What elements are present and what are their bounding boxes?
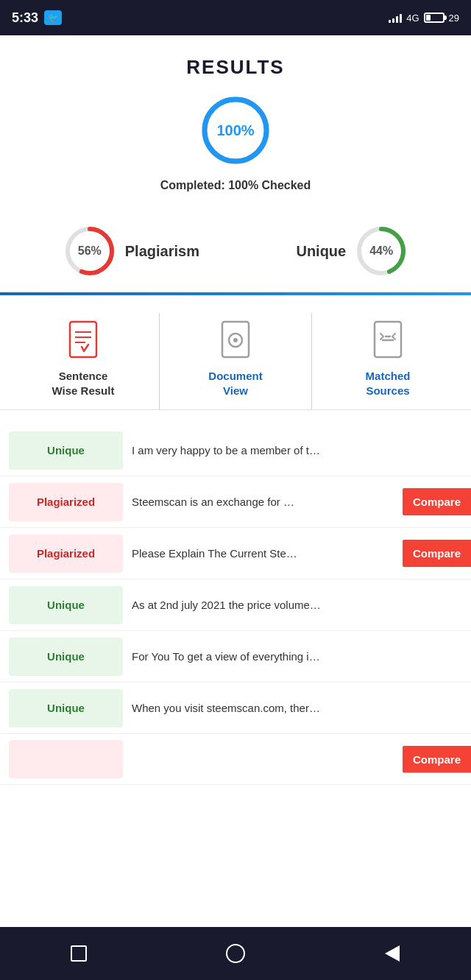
tab-sentence-wise[interactable]: SentenceWise Result	[7, 313, 160, 409]
status-badge: Unique	[9, 431, 123, 470]
back-icon	[385, 945, 400, 962]
sentence-text: As at 2nd july 2021 the price volume…	[123, 597, 471, 613]
home-button[interactable]	[219, 937, 252, 970]
tab-matched-label: MatchedSources	[366, 369, 411, 398]
sentence-row: Unique As at 2nd july 2021 the price vol…	[0, 579, 471, 631]
signal-icon	[389, 13, 402, 23]
tab-sentence-label: SentenceWise Result	[52, 369, 115, 398]
sentence-text: I am very happy to be a member of t…	[123, 443, 471, 458]
plagiarism-circle: 56%	[63, 225, 116, 278]
unique-label: Unique	[296, 243, 346, 260]
status-left: 5:33 🐦	[12, 10, 62, 26]
plagiarism-stat: 56% Plagiarism	[63, 225, 199, 278]
status-badge: Unique	[9, 638, 123, 676]
status-bar: 5:33 🐦 4G 29	[0, 0, 471, 35]
compare-btn-wrapper: Compare	[403, 746, 471, 773]
svg-rect-6	[70, 322, 96, 357]
main-content: RESULTS 100% Completed: 100% Checked 56%	[0, 35, 471, 927]
main-percent-label: 100%	[216, 122, 254, 139]
stats-row: 56% Plagiarism 44% Unique	[0, 217, 471, 292]
unique-percent: 44%	[369, 244, 393, 258]
compare-button[interactable]: Compare	[403, 746, 471, 773]
battery-icon	[424, 13, 445, 23]
sentence-icon	[65, 320, 101, 362]
tab-document-view[interactable]: DocumentView	[160, 313, 312, 409]
page-title: RESULTS	[15, 56, 456, 79]
compare-button[interactable]: Compare	[403, 488, 471, 515]
main-progress-circle: 100%	[15, 94, 456, 167]
sentence-row: Plagiarized Steemscan is an exchange for…	[0, 476, 471, 528]
compare-button[interactable]: Compare	[403, 540, 471, 567]
compare-btn-wrapper: Compare	[403, 540, 471, 567]
status-time: 5:33	[12, 10, 38, 26]
completed-text: Completed: 100% Checked	[15, 179, 456, 192]
home-icon	[226, 944, 245, 963]
sentence-row: Unique When you visit steemscan.com, the…	[0, 683, 471, 734]
sentence-text: Steemscan is an exchange for …	[123, 494, 403, 510]
tab-document-label: DocumentView	[208, 369, 262, 398]
status-badge: Unique	[9, 689, 123, 727]
recent-apps-button[interactable]	[63, 937, 95, 970]
unique-stat: 44% Unique	[296, 225, 408, 278]
document-icon	[218, 320, 253, 362]
status-badge: Plagiarized	[9, 535, 123, 573]
tabs-row: SentenceWise Result DocumentView	[0, 313, 471, 410]
battery-level: 29	[449, 13, 459, 24]
sentence-row: Unique For You To get a view of everythi…	[0, 631, 471, 683]
tab-matched-sources[interactable]: MatchedSources	[312, 313, 464, 409]
bottom-nav	[0, 927, 471, 980]
sentence-text: When you visit steemscan.com, ther…	[123, 700, 471, 716]
unique-circle: 44%	[355, 225, 408, 278]
svg-point-12	[233, 338, 238, 342]
sentence-row: Compare	[0, 734, 471, 785]
status-badge	[9, 740, 123, 778]
sentence-row: Plagiarized Please Explain The Current S…	[0, 528, 471, 579]
blue-divider	[0, 292, 471, 295]
results-header: RESULTS 100% Completed: 100% Checked	[0, 35, 471, 217]
plagiarism-label: Plagiarism	[125, 243, 199, 260]
network-type: 4G	[406, 13, 419, 24]
plagiarism-percent: 56%	[78, 244, 102, 258]
status-badge: Unique	[9, 586, 123, 624]
recent-apps-icon	[71, 945, 87, 962]
sentence-row: Unique I am very happy to be a member of…	[0, 425, 471, 476]
twitter-icon: 🐦	[44, 10, 62, 25]
matched-icon	[370, 320, 406, 362]
back-button[interactable]	[376, 937, 408, 970]
compare-btn-wrapper: Compare	[403, 488, 471, 515]
sentence-list: Unique I am very happy to be a member of…	[0, 425, 471, 785]
main-circle-container: 100%	[199, 94, 272, 167]
status-badge: Plagiarized	[9, 483, 123, 521]
sentence-text: Please Explain The Current Ste…	[123, 546, 403, 561]
sentence-text: For You To get a view of everything i…	[123, 649, 471, 664]
status-right: 4G 29	[389, 13, 459, 24]
